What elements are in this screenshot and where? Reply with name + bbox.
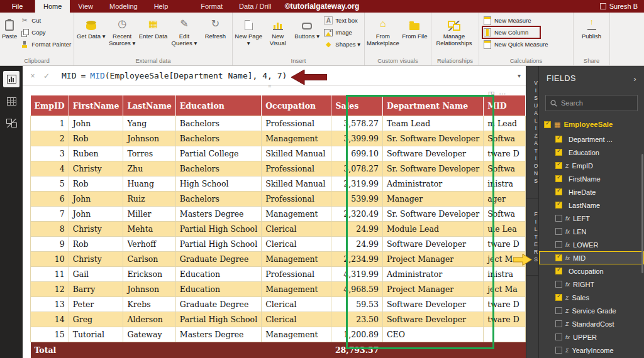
field-item[interactable]: Σ StandardCost xyxy=(539,317,644,330)
column-header[interactable]: EmpID xyxy=(31,95,69,116)
user-account[interactable]: Suresh B xyxy=(600,0,644,13)
field-item[interactable]: fx MID xyxy=(539,251,644,264)
ribbon-tab-contextual[interactable]: Format xyxy=(192,0,231,13)
field-checkbox[interactable] xyxy=(555,136,562,143)
new-page-button[interactable]: New Page ▾ xyxy=(235,14,262,57)
publish-button[interactable]: Publish xyxy=(575,14,608,57)
from-file-button[interactable]: From File xyxy=(401,14,429,57)
filters-pane-collapsed[interactable]: FILTERS xyxy=(526,199,539,276)
cell-sales: 4,319.99 xyxy=(331,267,383,282)
copy-button[interactable]: Copy xyxy=(18,27,73,38)
image-button[interactable]: Image xyxy=(322,27,362,38)
format-painter-button[interactable]: Format Painter xyxy=(18,39,73,50)
field-item[interactable]: fx LEN xyxy=(539,225,644,238)
field-checkbox[interactable] xyxy=(555,228,562,235)
new-measure-button[interactable]: New Measure xyxy=(481,15,550,26)
ribbon-tab-contextual[interactable]: Data / Drill xyxy=(231,0,279,13)
field-checkbox[interactable] xyxy=(555,334,562,340)
paste-button[interactable]: Paste xyxy=(2,14,17,57)
brush-icon xyxy=(20,40,29,49)
field-item[interactable]: Occupation xyxy=(539,264,644,278)
field-checkbox[interactable] xyxy=(555,294,562,301)
field-item[interactable]: fx UPPER xyxy=(539,330,644,344)
field-item[interactable]: FirstName xyxy=(539,172,644,185)
ribbon-tab[interactable]: Modeling xyxy=(101,0,146,13)
formula-bar-resize-handle[interactable]: ≡ xyxy=(268,83,272,89)
data-view-button[interactable] xyxy=(3,93,19,109)
cut-button[interactable]: ✂Cut xyxy=(18,15,73,26)
column-header[interactable]: LastName xyxy=(123,95,175,116)
column-header[interactable]: Department Name xyxy=(383,95,484,116)
field-checkbox[interactable] xyxy=(555,268,562,274)
get-data-button[interactable]: Get Data ▾ xyxy=(76,14,106,57)
ribbon-tab[interactable]: Help xyxy=(146,0,177,13)
column-header[interactable]: Sales xyxy=(331,95,383,116)
formula-input[interactable]: MID = MID (EmployeeSale[Department Name]… xyxy=(55,71,287,80)
cell-firstname: Christy xyxy=(69,252,123,267)
field-item[interactable]: Σ EmpID xyxy=(539,159,644,172)
tab-file[interactable]: File xyxy=(0,0,35,13)
fields-scrollbar[interactable] xyxy=(641,154,643,273)
enter-data-button[interactable]: ▦ Enter Data xyxy=(138,14,168,57)
table-visual[interactable]: EmpIDFirstNameLastNameEducationOccupatio… xyxy=(30,95,526,358)
new-visual-button[interactable]: New Visual xyxy=(264,14,291,57)
field-checkbox[interactable] xyxy=(555,320,562,327)
field-checkbox[interactable] xyxy=(555,175,562,182)
collapsed-panes: VISUALIZATIONS FILTERS xyxy=(526,66,538,358)
column-header[interactable]: FirstName xyxy=(69,95,123,116)
field-checkbox[interactable] xyxy=(555,215,562,222)
visualizations-pane-collapsed[interactable]: VISUALIZATIONS xyxy=(526,66,539,199)
model-view-button[interactable] xyxy=(3,115,19,131)
field-type-icon: fx xyxy=(565,255,570,261)
ribbon-tab[interactable]: Home xyxy=(35,0,70,13)
column-header[interactable]: Education xyxy=(175,95,261,116)
field-checkbox[interactable] xyxy=(555,307,562,314)
from-marketplace-button[interactable]: ⌂ From Marketplace xyxy=(367,14,399,57)
field-table-employeesale[interactable]: ▦ EmployeeSale xyxy=(539,117,644,131)
field-checkbox[interactable] xyxy=(555,254,562,261)
contextual-tabs: FormatData / Drill xyxy=(192,0,279,13)
edit-queries-button[interactable]: ✎ Edit Queries ▾ xyxy=(169,14,199,57)
field-checkbox[interactable] xyxy=(555,202,562,209)
recent-sources-button[interactable]: ◷ Recent Sources ▾ xyxy=(107,14,136,57)
field-checkbox[interactable] xyxy=(555,347,562,354)
cell-occupation: Management xyxy=(262,252,331,267)
marketplace-icon: ⌂ xyxy=(375,16,391,31)
ribbon-tab[interactable]: View xyxy=(70,0,101,13)
refresh-button[interactable]: ↻ Refresh xyxy=(201,14,230,57)
field-item[interactable]: LastName xyxy=(539,198,644,212)
commit-formula-icon[interactable]: ✓ xyxy=(42,72,52,80)
field-checkbox[interactable] xyxy=(555,162,562,169)
collapse-pane-icon[interactable]: › xyxy=(633,74,636,84)
column-header[interactable]: Occupation xyxy=(262,95,331,116)
new-column-button[interactable]: New Column xyxy=(481,27,550,38)
table-checkbox[interactable] xyxy=(544,121,551,128)
shapes-button[interactable]: ◆Shapes ▾ xyxy=(322,39,362,50)
formula-expand-icon[interactable]: ▾ xyxy=(518,72,521,79)
field-item[interactable]: HireDate xyxy=(539,185,644,198)
cell-lastname: Johnson xyxy=(123,131,175,146)
field-item[interactable]: Σ Service Grade xyxy=(539,304,644,317)
field-checkbox[interactable] xyxy=(555,281,562,288)
field-checkbox[interactable] xyxy=(555,188,562,195)
cell-lastname: Alderson xyxy=(123,312,175,327)
report-view-button[interactable] xyxy=(3,71,19,87)
fields-search-input[interactable]: Search xyxy=(545,95,638,111)
field-item[interactable]: Education xyxy=(539,146,644,159)
column-header[interactable]: MID xyxy=(484,95,526,116)
buttons-button[interactable]: Buttons ▾ xyxy=(293,14,321,57)
new-quick-measure-button[interactable]: New Quick Measure xyxy=(481,39,550,50)
field-item[interactable]: Σ YearlyIncome xyxy=(539,344,644,357)
field-checkbox[interactable] xyxy=(555,149,562,156)
text-box-button[interactable]: Text box xyxy=(322,15,362,26)
field-item[interactable]: fx RIGHT xyxy=(539,278,644,291)
cancel-formula-icon[interactable]: × xyxy=(28,72,38,80)
field-checkbox[interactable] xyxy=(555,241,562,248)
field-item[interactable]: Σ Sales xyxy=(539,291,644,304)
field-item[interactable]: fx LOWER xyxy=(539,238,644,251)
field-item[interactable]: fx LEFT xyxy=(539,212,644,225)
field-item[interactable]: Department ... xyxy=(539,133,644,146)
manage-relationships-button[interactable]: Manage Relationships xyxy=(433,14,475,57)
group-label-insert: Insert xyxy=(235,57,362,65)
cell-education: Partial High School xyxy=(175,312,261,327)
